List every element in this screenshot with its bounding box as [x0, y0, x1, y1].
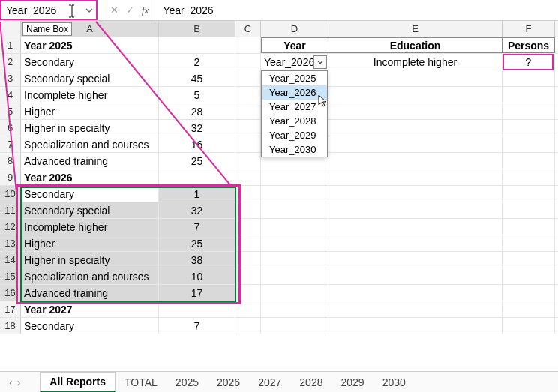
cell[interactable] — [236, 54, 261, 70]
col-header-D[interactable]: D — [261, 21, 328, 37]
cell[interactable] — [236, 285, 261, 301]
cell[interactable] — [502, 87, 555, 103]
cell[interactable] — [328, 301, 502, 317]
cell[interactable] — [159, 301, 236, 317]
cell[interactable] — [502, 169, 555, 185]
cell[interactable] — [261, 301, 328, 317]
name-box[interactable]: Year_2026 Name Box — [0, 0, 98, 20]
cell[interactable]: Persons — [502, 37, 555, 53]
cell[interactable] — [502, 136, 555, 152]
cell[interactable] — [261, 202, 328, 218]
cell[interactable] — [328, 136, 502, 152]
cell[interactable] — [502, 186, 555, 202]
cell[interactable] — [502, 202, 555, 218]
cell[interactable] — [502, 285, 555, 301]
row-header[interactable]: 11 — [0, 202, 21, 218]
cell[interactable]: 16 — [159, 136, 236, 152]
cell[interactable] — [236, 219, 261, 235]
cell[interactable] — [261, 169, 328, 185]
cell[interactable] — [328, 235, 502, 251]
row-header[interactable]: 18 — [0, 318, 21, 334]
cell[interactable] — [261, 285, 328, 301]
tab-next-button[interactable]: › — [17, 376, 21, 388]
cell[interactable]: 38 — [159, 252, 236, 268]
dropdown-item[interactable]: Year_2028 — [262, 114, 327, 128]
dropdown-item[interactable]: Year_2027 — [262, 100, 327, 114]
col-header-B[interactable]: B — [159, 21, 236, 37]
row-header[interactable]: 15 — [0, 268, 21, 284]
formula-input[interactable]: Year_2026 — [155, 0, 558, 20]
cell[interactable] — [502, 153, 555, 169]
cell[interactable]: 25 — [159, 235, 236, 251]
cell[interactable]: Secondary special — [21, 202, 159, 218]
cell[interactable]: 32 — [159, 120, 236, 136]
sheet-tab[interactable]: 2027 — [249, 373, 290, 391]
cell[interactable] — [236, 318, 261, 334]
dropdown-button[interactable] — [314, 55, 327, 69]
sheet-tab[interactable]: 2025 — [166, 373, 208, 391]
row-header[interactable]: 4 — [0, 87, 21, 103]
dropdown-item[interactable]: Year_2029 — [262, 128, 327, 142]
cell[interactable]: Secondary — [21, 318, 159, 334]
cell[interactable]: 32 — [159, 202, 236, 218]
tab-prev-button[interactable]: ‹ — [9, 376, 13, 388]
cell[interactable] — [159, 169, 236, 185]
cell[interactable] — [328, 87, 502, 103]
cell[interactable] — [502, 301, 555, 317]
cell[interactable]: Incomplete higher — [21, 219, 159, 235]
cell[interactable] — [328, 153, 502, 169]
col-header-F[interactable]: F — [502, 21, 555, 37]
cell[interactable]: 7 — [159, 318, 236, 334]
cell[interactable] — [328, 268, 502, 284]
cell[interactable]: Advanced training — [21, 285, 159, 301]
select-all-corner[interactable] — [0, 21, 21, 37]
cell[interactable] — [236, 268, 261, 284]
sheet-tab[interactable]: 2029 — [332, 373, 373, 391]
cell[interactable] — [236, 120, 261, 136]
cell[interactable] — [236, 87, 261, 103]
row-header[interactable]: 9 — [0, 169, 21, 185]
row-header[interactable]: 6 — [0, 120, 21, 136]
cell[interactable] — [261, 268, 328, 284]
cell[interactable]: 1 — [159, 186, 236, 202]
cell[interactable] — [236, 169, 261, 185]
cell[interactable] — [502, 219, 555, 235]
cell[interactable] — [328, 202, 502, 218]
row-header[interactable]: 16 — [0, 285, 21, 301]
cell[interactable]: ? — [502, 54, 555, 70]
sheet-tab[interactable]: TOTAL — [116, 373, 166, 391]
cell[interactable] — [236, 136, 261, 152]
cell[interactable] — [261, 235, 328, 251]
cell[interactable]: Secondary — [21, 54, 159, 70]
cell[interactable]: Year 2025 — [21, 37, 159, 53]
dropdown-item[interactable]: Year_2025 — [262, 71, 327, 85]
row-header[interactable]: 13 — [0, 235, 21, 251]
sheet-tab[interactable]: All Reports — [40, 372, 116, 393]
cell[interactable] — [236, 252, 261, 268]
cell[interactable]: 5 — [159, 87, 236, 103]
cell[interactable] — [328, 169, 502, 185]
col-header-E[interactable]: E — [328, 21, 502, 37]
sheet-tab[interactable]: 2030 — [374, 373, 415, 391]
cell[interactable] — [502, 252, 555, 268]
dropdown-item[interactable]: Year_2026 — [262, 85, 327, 100]
sheet-tab[interactable]: 2028 — [290, 373, 332, 391]
cell[interactable] — [328, 285, 502, 301]
cell[interactable]: 25 — [159, 153, 236, 169]
dropdown-list[interactable]: Year_2025Year_2026Year_2027Year_2028Year… — [261, 70, 328, 157]
cell[interactable]: Specialization and courses — [21, 268, 159, 284]
row-header[interactable]: 14 — [0, 252, 21, 268]
cell[interactable] — [261, 318, 328, 334]
cell[interactable] — [502, 268, 555, 284]
row-header[interactable]: 1 — [0, 37, 21, 53]
row-header[interactable]: 3 — [0, 70, 21, 86]
row-header[interactable]: 12 — [0, 219, 21, 235]
row-header[interactable]: 8 — [0, 153, 21, 169]
cell[interactable]: 28 — [159, 103, 236, 119]
cell[interactable] — [328, 103, 502, 119]
cell[interactable] — [502, 103, 555, 119]
dropdown-item[interactable]: Year_2030 — [262, 142, 327, 157]
cell[interactable] — [261, 186, 328, 202]
cell[interactable]: Higher in specialty — [21, 120, 159, 136]
cell[interactable]: 45 — [159, 70, 236, 86]
